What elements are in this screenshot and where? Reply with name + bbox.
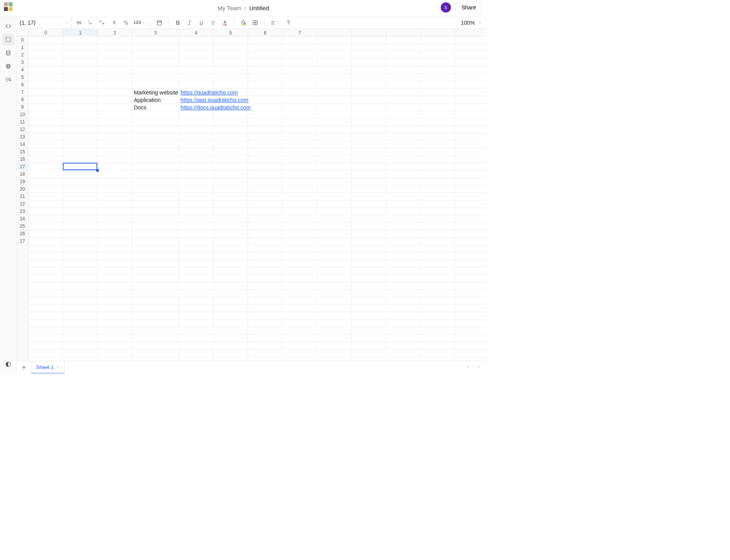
cell-text: Application [132, 96, 162, 104]
row-header[interactable]: 10 [16, 111, 28, 118]
row-header[interactable]: 9 [16, 104, 28, 111]
row-header[interactable]: 8 [16, 96, 28, 104]
toolbar: (1, 17) 99 .0 .00 123 [16, 16, 487, 29]
row-header[interactable]: 17 [16, 163, 28, 171]
cell-reference-input[interactable]: (1, 17) [16, 16, 71, 29]
row-header[interactable]: 12 [16, 126, 28, 133]
borders-button[interactable] [249, 18, 261, 27]
row-header[interactable]: 19 [16, 178, 28, 185]
cell-reference-value: (1, 17) [20, 20, 35, 26]
format-auto-button[interactable]: 99 [73, 18, 85, 27]
row-header[interactable]: 22 [16, 200, 28, 208]
fill-color-button[interactable] [237, 18, 249, 27]
chevron-down-icon [478, 20, 482, 26]
left-rail [0, 16, 16, 373]
column-header[interactable]: 6 [248, 29, 283, 36]
vertical-align-button[interactable] [283, 18, 294, 27]
column-header[interactable]: 0 [29, 29, 63, 36]
svg-point-8 [124, 21, 126, 22]
row-header[interactable]: 2 [16, 51, 28, 59]
column-header[interactable]: 4 [179, 29, 214, 36]
italic-button[interactable] [184, 18, 195, 27]
row-header[interactable]: 1 [16, 44, 28, 51]
chevron-down-icon [65, 20, 69, 26]
text-color-button[interactable] [219, 18, 231, 27]
column-header[interactable]: 1 [63, 29, 98, 36]
cell-link[interactable]: https://app.quadratichq.com [179, 96, 250, 104]
file-title[interactable]: Untitled [249, 5, 269, 11]
svg-rect-12 [241, 24, 246, 25]
add-sheet-button[interactable] [16, 361, 31, 374]
topbar: My Team / Untitled S Share [0, 0, 487, 16]
column-headers[interactable]: 01234567 [29, 29, 487, 36]
svg-point-1 [6, 51, 10, 52]
horizontal-align-button[interactable] [268, 18, 283, 27]
svg-point-9 [126, 23, 128, 25]
sheet-tab-label: Sheet 1 [36, 364, 54, 370]
breadcrumb-separator: / [245, 5, 246, 11]
sheet-tab[interactable]: Sheet 1 [31, 361, 65, 374]
row-header[interactable]: 20 [16, 185, 28, 193]
decrease-decimal-button[interactable]: .0 [85, 18, 97, 27]
team-name[interactable]: My Team [217, 5, 241, 11]
column-header[interactable]: 7 [283, 29, 317, 36]
column-header[interactable]: 2 [98, 29, 132, 36]
row-header[interactable]: 7 [16, 89, 28, 96]
spreadsheet-grid[interactable]: 01234567 0123456789101112131415161718192… [16, 29, 487, 361]
currency-button[interactable] [108, 18, 120, 27]
svg-rect-11 [223, 24, 226, 25]
row-header[interactable]: 21 [16, 193, 28, 200]
code-icon[interactable] [2, 20, 14, 32]
search-list-icon[interactable] [2, 74, 14, 85]
chip-icon[interactable] [2, 60, 14, 72]
selection-box [63, 163, 97, 170]
row-headers[interactable]: 0123456789101112131415161718192021222324… [16, 36, 29, 361]
underline-button[interactable] [195, 18, 207, 27]
row-header[interactable]: 16 [16, 156, 28, 163]
breadcrumb: My Team / Untitled [217, 5, 269, 11]
sheet-nav-next[interactable] [474, 362, 483, 373]
row-header[interactable]: 26 [16, 230, 28, 238]
share-button[interactable]: Share [456, 2, 482, 13]
more-formats-button[interactable]: 123 [132, 18, 147, 27]
row-header[interactable]: 13 [16, 133, 28, 141]
row-header[interactable]: 11 [16, 118, 28, 126]
svg-rect-10 [157, 21, 162, 25]
bold-button[interactable] [172, 18, 184, 27]
chevron-down-icon [56, 364, 60, 370]
increase-decimal-button[interactable]: .00 [97, 18, 108, 27]
cell-link[interactable]: https://quadratichq.com [179, 89, 239, 96]
row-header[interactable]: 23 [16, 208, 28, 215]
cell-text: Docs [132, 104, 148, 111]
svg-text:.0: .0 [88, 20, 89, 23]
row-header[interactable]: 15 [16, 148, 28, 156]
date-format-button[interactable] [153, 18, 165, 27]
cells-area[interactable]: Marketing websitehttps://quadratichq.com… [29, 36, 487, 361]
zoom-control[interactable]: 100% [461, 20, 487, 26]
cell-text: Marketing website [132, 89, 180, 96]
row-header[interactable]: 27 [16, 238, 28, 245]
row-header[interactable]: 25 [16, 223, 28, 230]
row-header[interactable]: 3 [16, 59, 28, 66]
selection-fill-handle[interactable] [96, 169, 99, 172]
theme-toggle-icon[interactable] [2, 358, 14, 370]
row-header[interactable]: 0 [16, 36, 28, 44]
select-all-corner[interactable] [16, 29, 29, 36]
database-icon[interactable] [2, 47, 14, 59]
row-header[interactable]: 14 [16, 141, 28, 148]
row-header[interactable]: 5 [16, 74, 28, 81]
select-icon[interactable] [2, 34, 14, 45]
sheet-nav-prev[interactable] [464, 362, 473, 373]
row-header[interactable]: 6 [16, 81, 28, 89]
user-avatar[interactable]: S [441, 2, 451, 13]
column-header[interactable]: 5 [214, 29, 248, 36]
row-header[interactable]: 24 [16, 215, 28, 223]
svg-rect-0 [6, 38, 10, 42]
cell-link[interactable]: https://docs.quadratichq.com [179, 104, 252, 111]
column-header[interactable]: 3 [132, 29, 179, 36]
strikethrough-button[interactable] [207, 18, 219, 27]
row-header[interactable]: 18 [16, 171, 28, 178]
percent-button[interactable] [120, 18, 132, 27]
app-logo[interactable] [4, 2, 13, 11]
row-header[interactable]: 4 [16, 66, 28, 74]
